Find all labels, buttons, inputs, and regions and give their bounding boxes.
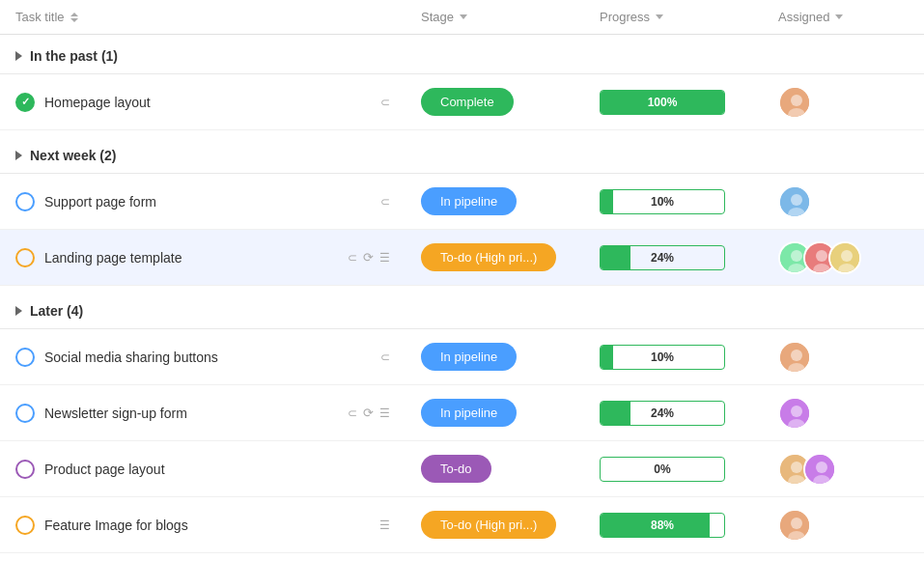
progress-cell-t3: 24% [584,236,763,280]
progress-text-t3: 24% [651,251,674,265]
svg-point-7 [791,250,802,262]
assigned-cell-t3 [763,232,924,284]
header-assigned[interactable]: Assigned [763,0,924,34]
progress-text-t5: 24% [651,406,674,420]
progress-cell-t6: 0% [584,447,763,491]
progress-text-t7: 88% [651,518,674,532]
stage-cell-t2: In pipeline [406,178,584,225]
status-indicator-t3 [15,248,35,267]
group-header-later[interactable]: Later (4) [0,290,924,328]
progress-fill-t3 [601,246,630,269]
sort-icon [70,13,78,22]
stage-cell-t4: In pipeline [406,333,584,380]
task-icons-t5 [348,406,390,420]
link-icon [348,406,357,420]
list-icon [379,518,390,532]
stage-badge-t6[interactable]: To-do [421,455,491,483]
avatar [778,509,811,542]
progress-cell-t4: 10% [584,335,763,379]
stage-cell-t5: In pipeline [406,389,584,436]
stage-badge-t5[interactable]: In pipeline [421,399,517,427]
task-title-cell-t7: Feature Image for blogs [0,506,406,545]
groups-container: In the past (1)Homepage layoutComplete10… [0,35,924,553]
group-later: Later (4)Social media sharing buttonsIn … [0,290,924,553]
task-name-t2: Support page form [44,194,371,210]
task-icons-t2 [380,194,390,209]
group-next-week: Next week (2)Support page formIn pipelin… [0,134,924,286]
progress-bar-container-t5: 24% [600,401,725,426]
stage-badge-t4[interactable]: In pipeline [421,343,517,371]
task-title-cell-t2: Support page form [0,182,406,221]
link-icon [380,350,390,364]
svg-point-10 [816,250,827,262]
header-stage[interactable]: Stage [406,0,584,34]
group-label-later: Later (4) [30,303,83,319]
task-name-t4: Social media sharing buttons [44,350,371,365]
progress-dropdown-icon [656,14,663,19]
assigned-label: Assigned [778,10,829,24]
assigned-cell-t1 [763,76,924,128]
task-table: Task title Stage Progress Assigned In th… [0,0,924,557]
task-title-cell-t6: Product page layout [0,450,406,489]
stage-badge-t7[interactable]: To-do (High pri...) [421,511,556,539]
task-name-t1: Homepage layout [44,95,371,110]
avatar [778,86,811,119]
group-in-the-past: In the past (1)Homepage layoutComplete10… [0,35,924,130]
header-task-title[interactable]: Task title [0,0,406,34]
table-row[interactable]: Feature Image for blogsTo-do (High pri..… [0,497,924,553]
stage-dropdown-icon [460,14,467,19]
header-progress[interactable]: Progress [584,0,763,34]
assigned-cell-t6 [763,443,924,495]
table-header: Task title Stage Progress Assigned [0,0,924,35]
task-name-t6: Product page layout [44,462,380,477]
task-name-t7: Feature Image for blogs [44,518,370,533]
link-icon [380,95,390,109]
svg-point-19 [791,406,802,417]
group-label-next-week: Next week (2) [30,148,116,163]
table-row[interactable]: Social media sharing buttonsIn pipeline1… [0,329,924,385]
progress-text-t1: 100% [648,96,678,109]
assigned-cell-t7 [763,499,924,551]
table-row[interactable]: Newsletter sign-up formIn pipeline24% [0,385,924,441]
group-header-next-week[interactable]: Next week (2) [0,134,924,173]
group-chevron-next-week [15,151,22,160]
table-row[interactable]: Homepage layoutComplete100% [0,74,924,130]
link-icon [380,194,390,209]
table-row[interactable]: Landing page templateTo-do (High pri...)… [0,230,924,286]
table-row[interactable]: Product page layoutTo-do0% [0,441,924,497]
stage-badge-t2[interactable]: In pipeline [421,187,517,215]
progress-cell-t5: 24% [584,391,763,435]
status-indicator-t7 [15,516,35,535]
svg-point-25 [816,462,827,473]
avatar [778,341,811,374]
status-indicator-t6 [15,460,35,479]
progress-bar-container-t3: 24% [600,245,725,270]
repeat-icon [363,406,374,420]
progress-bar-container-t1: 100% [600,90,725,115]
status-indicator-t2 [15,192,35,211]
task-title-cell-t3: Landing page template [0,238,406,277]
stage-badge-t1[interactable]: Complete [421,88,514,116]
assigned-cell-t4 [763,331,924,383]
progress-bar-container-t4: 10% [600,345,725,370]
group-chevron-in-the-past [15,51,22,61]
status-indicator-t5 [15,404,35,423]
progress-text-t2: 10% [651,195,674,209]
progress-fill-t2 [601,190,613,213]
progress-label: Progress [600,10,650,24]
group-header-in-the-past[interactable]: In the past (1) [0,35,924,73]
table-row[interactable]: Support page formIn pipeline10% [0,174,924,230]
progress-fill-t5 [601,402,630,425]
group-label-in-the-past: In the past (1) [30,48,118,64]
list-icon [379,250,390,265]
task-icons-t3 [348,250,390,265]
stage-badge-t3[interactable]: To-do (High pri...) [421,243,556,271]
stage-cell-t7: To-do (High pri...) [406,501,584,548]
progress-text-t6: 0% [654,462,670,476]
task-title-cell-t1: Homepage layout [0,83,406,122]
status-indicator-t1 [15,93,35,112]
svg-point-1 [791,95,802,106]
task-icons-t7 [379,518,390,532]
avatar [778,397,811,430]
avatar [828,241,861,274]
